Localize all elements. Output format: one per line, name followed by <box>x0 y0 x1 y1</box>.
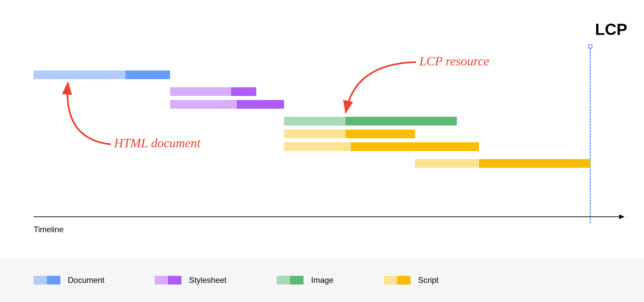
lcp-marker-icon <box>588 44 592 48</box>
legend-item-script: Script <box>384 275 438 285</box>
resource-bar-stylesheet <box>170 100 284 109</box>
annotation-lcp-resource: LCP resource <box>419 54 489 68</box>
lcp-marker-line <box>590 48 591 223</box>
resource-bar-stylesheet <box>170 87 256 96</box>
legend: Document Stylesheet Image Script <box>0 258 644 302</box>
resource-bar-script <box>415 159 590 168</box>
legend-label: Image <box>311 275 333 285</box>
legend-label: Document <box>68 275 104 285</box>
legend-label: Stylesheet <box>189 275 226 285</box>
swatch-icon <box>277 276 304 285</box>
legend-item-document: Document <box>34 275 104 285</box>
resource-bar-script <box>284 130 415 138</box>
resource-bar-image <box>284 117 457 125</box>
timeline-axis <box>34 216 624 217</box>
annotation-html-document: HTML document <box>114 136 201 150</box>
legend-label: Script <box>418 275 438 285</box>
swatch-icon <box>384 276 411 285</box>
timeline-axis-label: Timeline <box>34 225 64 234</box>
legend-item-stylesheet: Stylesheet <box>155 275 226 285</box>
legend-item-image: Image <box>277 275 333 285</box>
swatch-icon <box>155 276 181 285</box>
arrow-icon <box>335 57 423 117</box>
lcp-label: LCP <box>595 20 627 39</box>
resource-bar-script <box>284 142 479 151</box>
resource-bar-document <box>34 70 170 79</box>
chart-area: LCP Timeline <box>34 27 624 235</box>
swatch-icon <box>34 276 60 285</box>
